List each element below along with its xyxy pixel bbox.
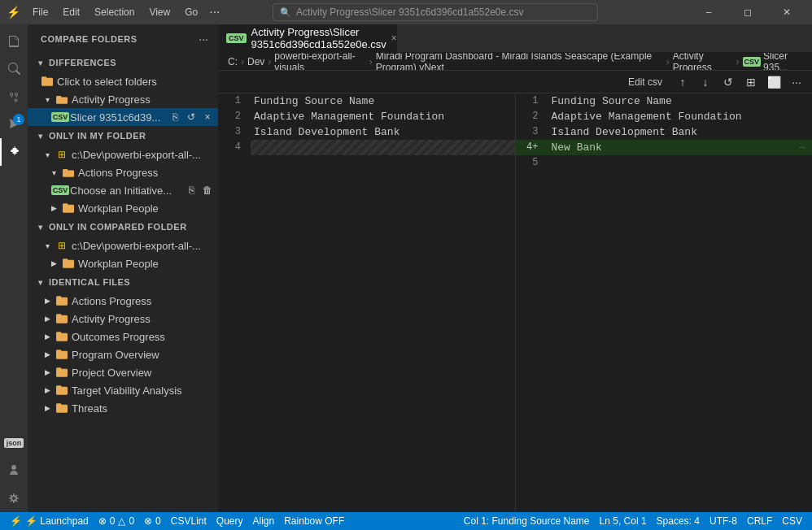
tab-close-button[interactable]: ×: [391, 32, 397, 45]
warnings-status[interactable]: ⊗ 0: [141, 512, 164, 530]
code-lines-right: 1 Funding Source Name 2 Adaptive Managem…: [516, 93, 813, 171]
workplan-people-my[interactable]: ▶ Workplan People: [28, 199, 218, 217]
json-tool-icon[interactable]: json: [0, 429, 28, 457]
differences-section-header[interactable]: ▾ DIFFERENCES: [28, 53, 218, 72]
status-left: ⚡ ⚡ Launchpad ⊗ 0 △ 0 ⊗ 0 CSVLint Query …: [7, 512, 347, 530]
sidebar-header: COMPARE FOLDERS ···: [28, 24, 218, 53]
workplan-people-compared[interactable]: ▶ Workplan People: [28, 254, 218, 272]
language-status[interactable]: CSV: [779, 512, 805, 530]
identical-target-label: Target Viability Analysis: [72, 384, 218, 397]
menu-edit[interactable]: Edit: [56, 5, 86, 20]
breadcrumb-c[interactable]: C:: [228, 56, 238, 67]
identical-threats[interactable]: ▶ Threats: [28, 399, 218, 417]
errors-status[interactable]: ⊗ 0 △ 0: [95, 512, 138, 530]
choose-initiative-item[interactable]: CSV Choose an Initiative... ⎘ 🗑: [28, 181, 218, 199]
workplan-chevron-my: ▶: [47, 202, 60, 215]
folder-icon-workplan-compared: [62, 257, 75, 270]
breadcrumb-miradi[interactable]: Miradi Program Dashboard - Miradi Island…: [376, 53, 663, 71]
only-in-my-folder-header[interactable]: ▾ ONLY IN MY FOLDER: [28, 126, 218, 146]
close-action-button[interactable]: ×: [200, 110, 215, 124]
sidebar-item-activity-progress-diff[interactable]: ▾ Activity Progress: [28, 90, 218, 108]
launchpad-label: ⚡ Launchpad: [25, 515, 89, 527]
folder-icon-threats: [55, 402, 68, 415]
run-icon[interactable]: 1: [0, 111, 28, 138]
differences-label: DIFFERENCES: [49, 58, 116, 67]
refresh-action-button[interactable]: ↺: [184, 110, 199, 124]
code-line: 1 Funding Source Name: [218, 93, 515, 109]
copy-initiative-button[interactable]: ⎘: [184, 183, 199, 198]
delete-initiative-button[interactable]: 🗑: [200, 183, 215, 198]
menu-view[interactable]: View: [142, 5, 177, 20]
close-button[interactable]: ✕: [768, 0, 805, 24]
swap-diff-button[interactable]: ↺: [719, 73, 737, 91]
breadcrumb-activity[interactable]: Activity Progress: [673, 53, 733, 71]
identical-outcomes-label: Outcomes Progress: [72, 331, 218, 343]
cursor-pos-status[interactable]: Ln 5, Col 1: [596, 512, 650, 530]
next-diff-button[interactable]: ↓: [696, 73, 714, 91]
click-to-select-folders[interactable]: Click to select folders: [28, 72, 218, 90]
identical-outcomes-progress[interactable]: ▶ Outcomes Progress: [28, 328, 218, 345]
more-actions-button[interactable]: ···: [788, 73, 805, 91]
menu-go[interactable]: Go: [178, 5, 204, 20]
identical-activity-progress[interactable]: ▶ Activity Progress: [28, 310, 218, 328]
query-status[interactable]: Query: [213, 512, 247, 530]
encoding-status[interactable]: UTF-8: [706, 512, 740, 530]
minimize-button[interactable]: –: [690, 0, 727, 24]
title-bar: ⚡ File Edit Selection View Go ··· 🔍 Acti…: [0, 0, 812, 24]
tab-label: Activity Progress\Slicer 9351c6d396cd1a5…: [251, 26, 386, 50]
split-diff-button[interactable]: ⬜: [765, 73, 783, 91]
rainbow-status[interactable]: Rainbow OFF: [281, 512, 347, 530]
identical-files-header[interactable]: ▾ IDENTICAL FILES: [28, 272, 218, 292]
extensions-icon[interactable]: [0, 138, 28, 166]
active-tab[interactable]: CSV Activity Progress\Slicer 9351c6d396c…: [218, 24, 397, 52]
menu-file[interactable]: File: [26, 5, 55, 20]
inline-diff-button[interactable]: ⊞: [742, 73, 760, 91]
csvlint-status[interactable]: CSVLint: [168, 512, 210, 530]
rainbow-label: Rainbow OFF: [284, 515, 344, 527]
identical-target-viability[interactable]: ▶ Target Viability Analysis: [28, 381, 218, 399]
edit-csv-button[interactable]: Edit csv: [622, 75, 669, 89]
menu-more[interactable]: ···: [206, 5, 223, 20]
only-in-compared-chevron: ▾: [34, 220, 47, 233]
folder-icon-target: [55, 384, 68, 397]
identical-program-overview[interactable]: ▶ Program Overview: [28, 345, 218, 363]
explorer-icon[interactable]: [0, 28, 28, 55]
differences-chevron: ▾: [34, 56, 47, 69]
align-status[interactable]: Align: [250, 512, 278, 530]
line-ending-status[interactable]: CRLF: [744, 512, 775, 530]
activity-bar: 1 json: [0, 24, 28, 512]
diff-pane-right[interactable]: 1 Funding Source Name 2 Adaptive Managem…: [516, 93, 813, 512]
identical-project-overview[interactable]: ▶ Project Overview: [28, 363, 218, 381]
identical-actions-progress[interactable]: ▶ Actions Progress: [28, 292, 218, 310]
folder-icon-identical-activity: [55, 312, 68, 325]
prev-diff-button[interactable]: ↑: [674, 73, 692, 91]
breadcrumb-slicer[interactable]: CSV Slicer 935...: [743, 53, 802, 71]
breadcrumb-powerbi[interactable]: powerbi-export-all-visuals: [274, 53, 365, 71]
restore-button[interactable]: ◻: [729, 0, 766, 24]
menu-bar: File Edit Selection View Go ···: [26, 5, 224, 20]
csv-file-icon: CSV: [54, 111, 67, 124]
spaces-status[interactable]: Spaces: 4: [653, 512, 703, 530]
only-in-compared-header[interactable]: ▾ ONLY IN COMPARED FOLDER: [28, 217, 218, 237]
menu-selection[interactable]: Selection: [88, 5, 141, 20]
code-line: 1 Funding Source Name: [516, 93, 813, 109]
slicer-file-item[interactable]: CSV Slicer 9351c6d39... ⎘ ↺ ×: [28, 108, 218, 126]
identical-project-chevron: ▶: [41, 366, 54, 379]
diff-pane-left[interactable]: 1 Funding Source Name 2 Adaptive Managem…: [218, 93, 516, 512]
scm-icon[interactable]: [0, 83, 28, 111]
search-activity-icon[interactable]: [0, 55, 28, 83]
align-label: Align: [253, 515, 275, 527]
copy-action-button[interactable]: ⎘: [168, 110, 182, 124]
compared-folder-path[interactable]: ▾ ⊞ c:\Dev\powerbi-export-all-...: [28, 237, 218, 254]
my-folder-path[interactable]: ▾ ⊞ c:\Dev\powerbi-export-all-...: [28, 146, 218, 163]
settings-icon[interactable]: [0, 484, 28, 512]
sidebar-menu-button[interactable]: ···: [199, 33, 208, 46]
accounts-icon[interactable]: [0, 457, 28, 484]
actions-progress-my[interactable]: ▾ Actions Progress: [28, 163, 218, 181]
breadcrumb-dev[interactable]: Dev: [247, 56, 264, 67]
launchpad-status[interactable]: ⚡ ⚡ Launchpad: [7, 512, 92, 530]
search-bar[interactable]: 🔍 Activity Progress\Slicer 9351c6d396cd1…: [273, 3, 598, 21]
error-icon: ⊗: [98, 515, 107, 527]
column-info-status[interactable]: Col 1: Funding Source Name: [461, 512, 593, 530]
code-lines-left: 1 Funding Source Name 2 Adaptive Managem…: [218, 93, 515, 171]
